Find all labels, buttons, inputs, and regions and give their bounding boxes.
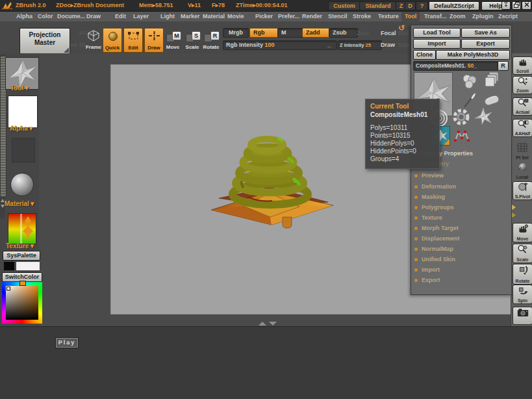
collapse-window-button[interactable]: [501, 1, 511, 10]
alpha-palette-label[interactable]: Alpha▼: [10, 125, 34, 132]
clone-button[interactable]: Clone: [413, 50, 436, 60]
dock-move-button[interactable]: Move: [513, 223, 532, 242]
d-button[interactable]: D: [405, 1, 416, 10]
tool-star3d-icon[interactable]: [474, 107, 493, 128]
actual-button[interactable]: Actual: [513, 97, 532, 116]
standard-ui-button[interactable]: Standard: [359, 1, 397, 10]
menu-zoom[interactable]: Zoom: [450, 12, 466, 21]
menu-transform[interactable]: Transf...: [424, 12, 447, 21]
menu-draw[interactable]: Draw: [86, 12, 101, 21]
color-picker[interactable]: [2, 282, 42, 324]
menu-stroke[interactable]: Stroke: [353, 12, 371, 21]
stroke-thumbnail[interactable]: [12, 138, 35, 162]
syspalette-button[interactable]: SysPalette: [3, 251, 40, 261]
restore-window-button2[interactable]: [512, 1, 521, 10]
v-indicator: V▸11: [188, 0, 201, 11]
rgb-intensity-slider[interactable]: Rgb Intensity 100 _: [223, 40, 337, 50]
dock-spin-button[interactable]: Spin: [513, 285, 532, 304]
menu-color[interactable]: Color: [38, 12, 53, 21]
focal-shift-label[interactable]: Focal: [381, 30, 396, 36]
material-palette-label[interactable]: Material▼: [5, 200, 36, 207]
menu-material[interactable]: Material: [203, 12, 225, 21]
menu-document[interactable]: Docume...: [57, 12, 85, 21]
frame-button[interactable]: Frame: [82, 28, 105, 51]
texture-thumbnail[interactable]: [8, 213, 36, 244]
menu-render[interactable]: Render: [302, 12, 322, 21]
menu-movie[interactable]: Movie: [227, 12, 244, 21]
default-zscript-button[interactable]: DefaultZScript: [429, 1, 479, 10]
zdoc-indicator[interactable]: ZDoc▸ZBrush Document: [56, 0, 124, 11]
projection-master-button[interactable]: Projection Master: [19, 28, 70, 54]
aahalf-button[interactable]: AAHalf: [513, 119, 532, 137]
cube-icon: [87, 30, 100, 42]
menu-zscript[interactable]: Zscript: [498, 12, 518, 21]
pt-sel-button[interactable]: Pt Sel: [514, 143, 531, 160]
help-question-button[interactable]: ?: [416, 1, 428, 10]
dock-marker-arrow-icon[interactable]: [511, 204, 516, 211]
draw-button[interactable]: Draw: [144, 28, 164, 53]
menu-stencil[interactable]: Stencil: [328, 12, 348, 21]
menu-light[interactable]: Light: [160, 12, 175, 21]
tool-gear-icon[interactable]: [451, 107, 471, 129]
s-pivot-button[interactable]: S.Pivot: [513, 181, 532, 200]
tool-name-slider[interactable]: CompositeMesh01. 50_: [413, 61, 498, 71]
menu-tool[interactable]: Tool: [401, 12, 420, 21]
mrgb-button[interactable]: Mrgb: [223, 28, 249, 38]
export-button[interactable]: Export: [461, 39, 510, 49]
close-window-button[interactable]: [522, 1, 531, 10]
tool-polymesh-icon[interactable]: [453, 127, 471, 147]
quick-button[interactable]: Quick: [103, 28, 122, 53]
scale-button[interactable]: S Scale: [183, 28, 201, 51]
move-button[interactable]: M Move: [164, 28, 182, 51]
z-intensity-slider[interactable]: Z Intensity 25: [338, 40, 382, 50]
menu-marker[interactable]: Marker: [181, 12, 200, 21]
make-polymesh3d-button[interactable]: Make PolyMesh3D: [436, 50, 510, 60]
menu-picker[interactable]: Picker: [255, 12, 273, 21]
draw-size-label[interactable]: Draw: [381, 42, 395, 48]
menu-texture[interactable]: Texture: [378, 12, 399, 21]
menu-layer[interactable]: Layer: [133, 12, 149, 21]
hue-marker[interactable]: [19, 281, 26, 286]
zoom-button[interactable]: Zoom: [513, 76, 532, 94]
scroll-button[interactable]: Scroll: [513, 57, 532, 75]
dock-rotate-button[interactable]: Rotate: [513, 264, 532, 285]
secondary-color-swatch[interactable]: [3, 261, 15, 271]
local-button[interactable]: Local: [514, 162, 531, 179]
menu-zplugin[interactable]: Zplugin: [472, 12, 494, 21]
left-tray-scrollbar[interactable]: [0, 55, 5, 218]
hand-icon: [517, 57, 529, 66]
texture-palette-label[interactable]: Texture▼: [6, 242, 35, 250]
tool-palette-label[interactable]: Tool▼: [10, 84, 30, 92]
m-button[interactable]: M: [277, 28, 304, 38]
menu-alpha[interactable]: Alpha: [16, 12, 32, 21]
dock-scale-button[interactable]: Scale: [513, 244, 532, 263]
composite-mesh-model[interactable]: [210, 120, 340, 232]
saturation-square[interactable]: [6, 286, 38, 320]
play-button[interactable]: Play: [55, 337, 79, 348]
tool-spheres-icon[interactable]: [461, 72, 479, 93]
snapshot-button[interactable]: [513, 307, 532, 325]
custom-ui-button[interactable]: Custom: [328, 1, 361, 10]
save-as-button[interactable]: Save As: [461, 28, 510, 38]
r-button[interactable]: R: [498, 61, 509, 71]
material-sphere-thumbnail[interactable]: [10, 173, 34, 196]
zsub-button[interactable]: Zsub: [329, 28, 358, 38]
draw-crosshair-icon: [149, 31, 160, 40]
edit-button[interactable]: Edit: [123, 28, 143, 53]
tool-stack-icon[interactable]: [483, 71, 501, 92]
stroke-reset-icon[interactable]: ↺: [398, 23, 405, 32]
menu-preferences[interactable]: Prefer...: [278, 12, 299, 21]
tray-collapse-handle[interactable]: [257, 321, 279, 326]
dock-marker-arrow2-icon[interactable]: [511, 212, 516, 218]
rgb-button[interactable]: Rgb: [249, 28, 280, 38]
rotate-button[interactable]: R Rotate: [201, 28, 221, 51]
menu-edit[interactable]: Edit: [115, 12, 126, 21]
rgb-intensity-value: 100: [265, 42, 275, 48]
zadd-button[interactable]: Zadd: [302, 28, 331, 38]
import-button[interactable]: Import: [413, 39, 461, 49]
load-tool-button[interactable]: Load Tool: [413, 28, 461, 38]
tooltip-hiddenpolys: HiddenPolys=0: [370, 140, 439, 148]
main-color-swatch[interactable]: [16, 261, 40, 271]
alpha-thumbnail[interactable]: [8, 96, 38, 128]
zcut-button[interactable]: Zcut: [357, 30, 369, 36]
